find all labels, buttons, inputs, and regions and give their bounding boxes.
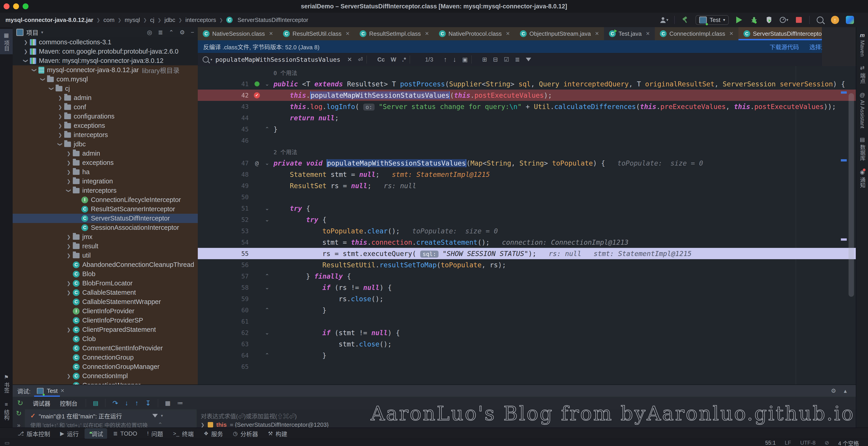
tree-item[interactable]: CResultSetScannerInterceptor — [13, 204, 198, 214]
remove-occurrence-icon[interactable]: ⊟ — [493, 56, 498, 63]
profiler-button[interactable]: ▾ — [779, 15, 788, 25]
tree-item[interactable]: ❯interceptors — [13, 186, 198, 195]
stripe-item-endpoints[interactable]: ⇄端点 — [856, 61, 868, 87]
stripe-mark[interactable] — [841, 159, 847, 161]
status-item[interactable]: UTF-8 — [800, 440, 815, 446]
fold-marker-icon[interactable]: ⌃ — [262, 352, 272, 358]
debug-settings-gear-icon[interactable]: ⚙ — [831, 387, 836, 394]
tree-item[interactable]: IConnectionLifecycleInterceptor — [13, 195, 198, 204]
tree-item[interactable]: ❯CClientPreparedStatement — [13, 325, 198, 334]
frames-dropdown-icon[interactable]: ▾ — [161, 413, 163, 418]
search-everywhere-icon[interactable] — [815, 15, 825, 25]
breadcrumb-item[interactable]: mysql-connector-java-8.0.12.jar — [5, 17, 93, 24]
clear-search-icon[interactable]: ✕ — [347, 56, 352, 63]
thread-status-row[interactable]: ✓ "main"@1 在组"main": 正在运行 ▾ — [30, 411, 197, 420]
update-icon[interactable]: ↑ — [831, 15, 839, 25]
tree-chevron-icon[interactable]: ❯ — [49, 85, 54, 93]
expand-all-icon[interactable]: ≣ — [158, 29, 163, 36]
close-tab-icon[interactable]: ✕ — [729, 31, 733, 37]
stripe-item-bookmark[interactable]: ⚑书签 — [0, 371, 13, 396]
tree-chevron-icon[interactable]: ❯ — [56, 114, 64, 119]
run-button[interactable] — [735, 15, 744, 25]
tree-item[interactable]: ❯admin — [13, 93, 198, 102]
fold-marker-icon[interactable]: ⌃ — [262, 273, 272, 279]
breakpoint-icon[interactable]: ✓ — [252, 92, 262, 98]
tree-chevron-icon[interactable]: ❯ — [65, 160, 73, 166]
tree-item[interactable]: ❯interceptors — [13, 130, 198, 140]
tree-item[interactable]: ❯CConnectionImpl — [13, 371, 198, 381]
tree-item[interactable]: CAbandonedConnectionCleanupThread — [13, 260, 198, 269]
stripe-item-database[interactable]: ▤数据库 — [856, 133, 868, 164]
toolwindow-button-problems[interactable]: !问题 — [143, 428, 167, 439]
toolwindow-button-terminal[interactable]: >_终端 — [169, 428, 198, 439]
expand-variable-icon[interactable]: ❯ — [201, 422, 205, 427]
select-all-occurrences-icon[interactable]: ☑ — [504, 56, 509, 63]
fold-marker-icon[interactable]: ⌄ — [262, 329, 272, 336]
debug-session-tab[interactable]: Test ✕ — [34, 385, 67, 397]
fold-marker-icon[interactable]: ⌄ — [262, 160, 272, 166]
tree-chevron-icon[interactable]: ❯ — [56, 105, 64, 110]
build-hammer-icon[interactable] — [681, 15, 690, 25]
tree-item[interactable]: CClob — [13, 334, 198, 344]
toolwindow-button-run[interactable]: ▶运行 — [56, 428, 83, 439]
tree-item[interactable]: CBlob — [13, 269, 198, 279]
tree-chevron-icon[interactable]: ❯ — [65, 281, 73, 286]
rerun-icon[interactable]: ↻ — [17, 399, 23, 407]
run-configuration-select[interactable]: Test ▾ — [695, 15, 729, 25]
tree-chevron-icon[interactable]: ❯ — [65, 374, 73, 379]
tree-item[interactable]: ❯exceptions — [13, 158, 198, 167]
banner-action-link[interactable]: 下载源代码 — [770, 42, 799, 51]
prev-match-icon[interactable]: ↑ — [444, 56, 447, 63]
tree-item[interactable]: ❯CCallableStatement — [13, 288, 198, 297]
editor-scrollbar[interactable] — [848, 93, 854, 297]
close-tab-icon[interactable]: ✕ — [595, 31, 599, 37]
ide-logo-icon[interactable] — [845, 15, 855, 25]
tree-item[interactable]: ❯configurations — [13, 112, 198, 121]
toolwindow-button-todo[interactable]: ≣TODO — [109, 429, 141, 439]
select-in-scope-icon[interactable]: ▣ — [462, 56, 468, 63]
tree-chevron-icon[interactable]: ❯ — [56, 123, 64, 128]
add-occurrence-icon[interactable]: ⊞ — [482, 56, 487, 63]
stripe-item-project[interactable]: ▦项目 — [0, 29, 13, 54]
breadcrumb-item[interactable]: ServerStatusDiffInterceptor — [238, 17, 308, 24]
tree-item[interactable]: ❯Maven: com.google.protobuf:protobuf-jav… — [13, 47, 198, 56]
tree-chevron-icon[interactable]: ❯ — [65, 234, 73, 240]
breadcrumb-item[interactable]: com — [103, 17, 114, 24]
stop-button[interactable] — [794, 15, 803, 25]
fold-marker-icon[interactable]: ⌄ — [262, 216, 272, 223]
hide-panel-icon[interactable]: − — [191, 29, 194, 36]
status-item[interactable]: 55:1 — [765, 440, 776, 446]
evaluate-expression-icon[interactable]: ▦ — [165, 399, 170, 407]
find-toggle-xx[interactable]: .* — [402, 56, 406, 63]
editor-tab[interactable]: CNativeProtocol.class✕ — [434, 27, 515, 40]
fold-marker-icon[interactable]: ⌃ — [262, 126, 272, 132]
tree-item[interactable]: ❯exceptions — [13, 121, 198, 130]
step-over-icon[interactable]: ↷ — [112, 399, 118, 407]
collapse-all-icon[interactable]: ⌃ — [169, 29, 174, 36]
tree-item[interactable]: ❯result — [13, 242, 198, 251]
toolwindow-button-build[interactable]: ⚒构建 — [264, 428, 291, 439]
stripe-item-ai-assistant[interactable]: @AI Assistant — [856, 89, 868, 131]
search-icon[interactable]: ▾ — [202, 56, 212, 63]
tree-item[interactable]: CConnectionGroupManager — [13, 362, 198, 371]
tree-item[interactable]: CConnectionWrapper — [13, 381, 198, 385]
tree-item[interactable]: ❯jdbc — [13, 140, 198, 149]
tree-chevron-icon[interactable]: ❯ — [65, 290, 73, 295]
run-to-cursor-icon[interactable]: ↧ — [145, 399, 151, 407]
user-icon[interactable]: ▾ — [659, 15, 669, 25]
tree-item[interactable]: CConnectionGroup — [13, 353, 198, 362]
tree-chevron-icon[interactable]: ❯ — [65, 179, 73, 184]
tree-item[interactable]: ❯conf — [13, 102, 198, 112]
tree-chevron-icon[interactable]: ❯ — [23, 57, 29, 65]
frames-filter-icon[interactable] — [152, 414, 158, 417]
tree-item[interactable]: ❯jmx — [13, 232, 198, 242]
more-options-icon[interactable]: ≔ — [177, 399, 183, 407]
breadcrumb-item[interactable]: cj — [150, 17, 154, 24]
breadcrumb-item[interactable]: interceptors — [185, 17, 216, 24]
coverage-button[interactable] — [765, 15, 774, 25]
status-item[interactable]: ⊘ — [825, 440, 829, 446]
window-mode-icon[interactable]: ▭ — [4, 440, 10, 446]
fold-marker-icon[interactable]: ⌄ — [262, 205, 272, 211]
close-tab-icon[interactable]: ✕ — [425, 31, 429, 37]
editor-tab[interactable]: CObjectInputStream.java✕ — [515, 27, 604, 40]
